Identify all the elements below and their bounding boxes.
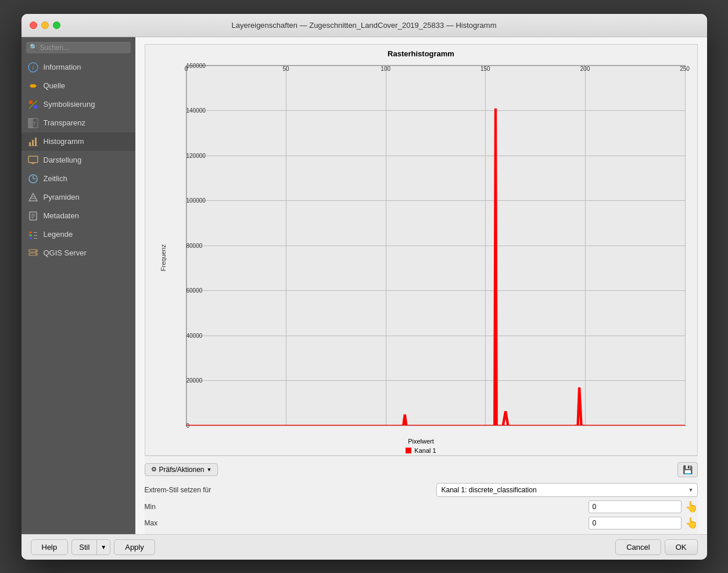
max-input[interactable]: [589, 517, 682, 529]
controls-row4-max: Max 👆: [145, 517, 698, 529]
sidebar-item-legende[interactable]: Legende: [21, 225, 135, 244]
info-icon: i: [27, 62, 39, 73]
sidebar-item-label: Information: [44, 63, 81, 71]
min-input-wrapper: 👆: [261, 500, 698, 513]
svg-point-34: [35, 250, 37, 251]
sidebar-item-zeitlich[interactable]: Zeitlich: [21, 170, 135, 188]
apply-button[interactable]: Apply: [114, 539, 155, 555]
sidebar-item-label: Zeitlich: [44, 174, 67, 183]
chart-title: Rasterhistogramm: [145, 45, 697, 60]
histogram-icon: [27, 136, 39, 147]
sidebar: 🔍 i Information Quelle Symboli: [21, 37, 135, 534]
grid-line-v: [685, 66, 686, 426]
cancel-button[interactable]: Cancel: [615, 539, 661, 555]
stil-button[interactable]: Stil: [71, 539, 96, 555]
prefs-icon: ⚙: [151, 466, 157, 473]
legend-icon: [27, 229, 39, 240]
svg-rect-27: [29, 235, 32, 236]
svg-rect-11: [35, 138, 37, 146]
maximize-button[interactable]: [53, 21, 60, 29]
sidebar-item-label: Symbolisierung: [44, 100, 95, 109]
min-pick-button[interactable]: 👆: [685, 500, 698, 513]
min-input[interactable]: [589, 500, 682, 513]
source-icon: [27, 80, 39, 92]
sidebar-item-label: Legende: [44, 230, 73, 239]
display-icon: [27, 154, 39, 166]
extrem-label: Extrem-Stil setzen für: [145, 486, 261, 494]
controls-row1: ⚙ Präfs/Aktionen ▼ 💾: [145, 462, 698, 477]
svg-rect-4: [34, 105, 37, 109]
svg-text:i: i: [32, 64, 34, 71]
sidebar-item-histogramm[interactable]: Histogramm: [21, 132, 135, 151]
x-axis-title: Pixelwert: [145, 438, 697, 445]
sidebar-item-label: Quelle: [44, 81, 66, 90]
symbolize-icon: [27, 99, 39, 110]
time-icon: [27, 173, 39, 185]
svg-point-35: [35, 254, 37, 255]
sidebar-item-transparenz[interactable]: T Transparenz: [21, 114, 135, 132]
grid-line-h: [187, 426, 685, 426]
extrem-select-wrapper: Kanal 1: discrete_classification ▼: [261, 483, 698, 497]
sidebar-item-label: Metadaten: [44, 211, 79, 220]
svg-rect-26: [29, 232, 32, 233]
sidebar-item-label: Histogramm: [44, 137, 84, 146]
search-box: 🔍: [26, 42, 131, 53]
server-icon: [27, 247, 39, 259]
prefs-dropdown-arrow: ▼: [207, 467, 212, 473]
min-label: Min: [145, 503, 261, 511]
histogram-svg: [187, 66, 685, 426]
svg-rect-7: [28, 118, 33, 128]
sidebar-item-qgis-server[interactable]: QGIS Server: [21, 244, 135, 262]
svg-rect-13: [28, 156, 38, 163]
bottom-controls: ⚙ Präfs/Aktionen ▼ 💾 Extrem-Stil setzen …: [145, 456, 698, 534]
metadata-icon: [27, 210, 39, 222]
footer-bar: Help Stil ▼ Apply Cancel OK: [21, 534, 707, 560]
sidebar-item-label: Pyramiden: [44, 193, 80, 201]
save-button[interactable]: 💾: [677, 462, 698, 477]
pyramid-icon: [27, 192, 39, 203]
transparency-icon: T: [27, 117, 39, 129]
main-window: Layereigenschaften — Zugeschnitten_LandC…: [21, 14, 707, 560]
controls-row3-min: Min 👆: [145, 500, 698, 513]
sidebar-item-label: Transparenz: [44, 118, 86, 127]
prefs-label: Präfs/Aktionen: [159, 466, 205, 474]
y-axis-label: Frequenz: [160, 244, 167, 271]
extrem-select[interactable]: Kanal 1: discrete_classification: [436, 483, 698, 497]
legend-label: Kanal 1: [414, 447, 436, 454]
sidebar-item-information[interactable]: i Information: [21, 58, 135, 77]
sidebar-item-darstellung[interactable]: Darstellung: [21, 151, 135, 170]
traffic-lights: [30, 21, 60, 29]
prefs-button[interactable]: ⚙ Präfs/Aktionen ▼: [145, 463, 218, 476]
chart-legend: Kanal 1: [145, 447, 697, 454]
search-input[interactable]: [40, 44, 127, 52]
window-title: Layereigenschaften — Zugeschnitten_LandC…: [231, 21, 496, 30]
sidebar-item-metadaten[interactable]: Metadaten: [21, 207, 135, 225]
max-input-wrapper: 👆: [261, 517, 698, 529]
max-pick-button[interactable]: 👆: [685, 517, 698, 529]
stil-group: Stil ▼: [71, 539, 110, 555]
histogram-chart: Rasterhistogramm Frequenz: [145, 44, 698, 456]
sidebar-item-label: Darstellung: [44, 156, 82, 164]
max-label: Max: [145, 519, 261, 527]
chart-inner: 160000 140000 120000 100000 80000 60000 …: [186, 65, 686, 426]
sidebar-item-label: QGIS Server: [44, 248, 87, 257]
legend-color-swatch: [406, 448, 411, 453]
close-button[interactable]: [30, 21, 37, 29]
svg-text:T: T: [33, 121, 37, 127]
minimize-button[interactable]: [41, 21, 49, 29]
svg-rect-9: [29, 142, 31, 146]
titlebar: Layereigenschaften — Zugeschnitten_LandC…: [21, 14, 707, 37]
controls-row2: Extrem-Stil setzen für Kanal 1: discrete…: [145, 483, 698, 497]
svg-rect-10: [32, 140, 34, 146]
svg-rect-3: [29, 100, 33, 104]
help-button[interactable]: Help: [31, 539, 69, 555]
search-icon: 🔍: [30, 44, 38, 51]
svg-rect-28: [29, 237, 32, 239]
stil-dropdown-button[interactable]: ▼: [96, 539, 110, 555]
sidebar-item-quelle[interactable]: Quelle: [21, 77, 135, 95]
content-area: 🔍 i Information Quelle Symboli: [21, 37, 707, 534]
extrem-select-container: Kanal 1: discrete_classification ▼: [436, 483, 698, 497]
ok-button[interactable]: OK: [665, 539, 698, 555]
sidebar-item-pyramiden[interactable]: Pyramiden: [21, 188, 135, 207]
sidebar-item-symbolisierung[interactable]: Symbolisierung: [21, 95, 135, 114]
